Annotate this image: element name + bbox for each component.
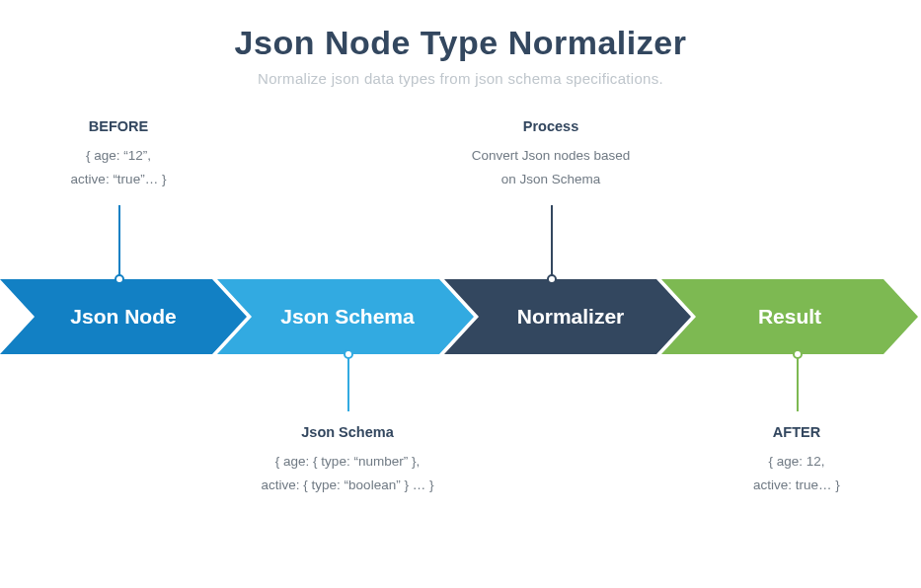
callout-before-line1: { age: “12”, (10, 144, 227, 168)
callout-schema: Json Schema { age: { type: “number” }, a… (224, 424, 471, 496)
connector-schema (347, 354, 349, 411)
callout-after-head: AFTER (688, 424, 905, 440)
callout-schema-line1: { age: { type: “number” }, (224, 450, 471, 474)
callout-process-line2: on Json Schema (442, 168, 659, 191)
callout-after-line1: { age: 12, (688, 450, 905, 474)
connector-process (551, 205, 553, 279)
callout-after: AFTER { age: 12, active: true… } (688, 424, 905, 496)
callout-before-head: BEFORE (10, 118, 227, 134)
process-flow: Json Node Json Schema Normalizer Result (0, 279, 921, 354)
arrow-json-schema-label: Json Schema (280, 305, 415, 328)
connector-after (797, 354, 799, 411)
arrow-normalizer-label: Normalizer (517, 305, 625, 328)
callout-schema-line2: active: { type: “boolean” } … } (224, 474, 471, 497)
callout-after-line2: active: true… } (688, 474, 905, 497)
callout-process-head: Process (442, 118, 659, 134)
arrow-result-label: Result (758, 305, 821, 328)
callout-before-line2: active: “true”… } (10, 168, 227, 191)
callout-process-line1: Convert Json nodes based (442, 144, 659, 168)
callout-before: BEFORE { age: “12”, active: “true”… } (10, 118, 227, 190)
callout-schema-head: Json Schema (224, 424, 471, 440)
callout-process: Process Convert Json nodes based on Json… (442, 118, 659, 190)
connector-before (118, 205, 120, 279)
arrow-json-node-label: Json Node (70, 305, 176, 328)
page-title: Json Node Type Normalizer (0, 24, 921, 62)
page-subtitle: Normalize json data types from json sche… (0, 70, 921, 87)
